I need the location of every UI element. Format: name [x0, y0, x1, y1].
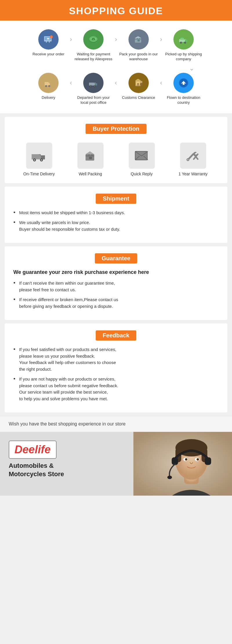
svg-rect-15: [185, 40, 187, 42]
step-icon-3: [128, 29, 149, 50]
shipment-title-wrap: Shipment: [13, 194, 219, 210]
svg-point-4: [49, 41, 50, 43]
arrow-down: ⌄: [35, 65, 197, 72]
step-icon-7: [128, 73, 149, 93]
svg-rect-27: [95, 83, 97, 85]
svg-text:!: !: [51, 36, 52, 39]
bp-item-packing: Well Packing: [73, 143, 108, 176]
step-label-2: Waiting for payment released by Aliexpre…: [73, 52, 114, 62]
steps-row-2: Delivery › Departed from your local post…: [6, 73, 226, 105]
feedback-title: Feedback: [96, 330, 136, 341]
step-label-8: Flown to destination country: [163, 95, 204, 105]
svg-point-3: [46, 41, 47, 43]
step-icon-4: [173, 29, 194, 50]
step-label-5: Delivery: [42, 95, 55, 100]
step-label-7: Customs Clearance: [122, 95, 155, 100]
shipment-list: Most items would be shipped within 1-3 b…: [13, 210, 219, 233]
svg-point-44: [41, 159, 42, 161]
bp-item-warranty: 1 Year Warranty: [176, 143, 211, 176]
wish-text: Wish you have the best shopping experien…: [9, 421, 126, 426]
footer-wish: Wish you have the best shopping experien…: [0, 416, 232, 432]
step-flown: Flown to destination country: [163, 73, 204, 105]
step-icon-2: $: [83, 29, 104, 50]
feedback-bullet-2: If you are not happy with our products o…: [13, 376, 219, 402]
guarantee-list: If can't receive the item within our gua…: [13, 280, 219, 310]
svg-point-29: [90, 85, 91, 86]
bp-item-delivery: On-Time Delivery: [22, 143, 57, 176]
step-label-6: Departed from your local post office: [73, 95, 114, 105]
buyer-protection-title: Buyer Protection: [86, 124, 146, 134]
step-icon-8: [173, 73, 194, 93]
brand-logo-text: Deelife: [14, 443, 51, 456]
svg-rect-66: [205, 457, 211, 465]
svg-point-17: [180, 42, 181, 43]
guarantee-section: Guarantee We guarantee your zero risk pu…: [5, 246, 227, 320]
step-label-4: Picked up by shipping company: [163, 52, 204, 62]
step-delivery: Delivery: [28, 73, 69, 100]
svg-point-31: [95, 85, 95, 86]
bp-label-reply: Quick Reply: [131, 172, 153, 176]
step-pickup: Picked up by shipping company: [163, 29, 204, 62]
svg-text:$: $: [93, 38, 94, 41]
bp-label-delivery: On-Time Delivery: [23, 172, 55, 176]
shipping-steps-section: ! Receive your order › $ Waiting for pay…: [0, 21, 232, 113]
shipment-bullet-1: Most items would be shipped within 1-3 b…: [13, 210, 219, 216]
bp-label-packing: Well Packing: [79, 172, 102, 176]
step-payment: $ Waiting for payment released by Aliexp…: [73, 29, 114, 62]
bp-icon-warranty: [180, 143, 206, 169]
step-icon-1: !: [38, 29, 59, 50]
bp-icons-row: On-Time Delivery Well Packing: [13, 143, 219, 176]
buyer-protection-section: Buyer Protection On-Time Delivery: [5, 117, 227, 183]
feedback-bullet-1: If you feel satisfied with our products …: [13, 346, 219, 372]
guarantee-title: Guarantee: [95, 253, 137, 263]
step-icon-5: [38, 73, 59, 93]
page-title: SHOPPING GUIDE: [0, 5, 232, 17]
shipment-section: Shipment Most items would be shipped wit…: [5, 187, 227, 243]
guarantee-intro: We guarantee your zero risk purchase exp…: [13, 269, 219, 275]
shipment-title: Shipment: [96, 194, 136, 204]
guarantee-bullet-1: If can't receive the item within our gua…: [13, 280, 219, 293]
step-customs: Customs Clearance: [118, 73, 159, 100]
buyer-protection-title-wrap: Buyer Protection: [13, 124, 219, 140]
brand-subtitle: Automobiles &Motorcycles Store: [9, 462, 64, 478]
arrow-6: ›: [159, 79, 163, 87]
svg-rect-46: [89, 157, 92, 159]
svg-point-25: [49, 85, 50, 86]
bp-item-reply: Quick Reply: [124, 143, 159, 176]
arrow-4: ›: [69, 79, 73, 87]
guarantee-bullet-2: If receive different or broken item,Plea…: [13, 296, 219, 310]
feedback-list: If you feel satisfied with our products …: [13, 346, 219, 402]
bp-icon-reply: [129, 143, 155, 169]
feedback-section: Feedback If you feel satisfied with our …: [5, 323, 227, 412]
svg-rect-2: [46, 40, 50, 41]
step-departed: Departed from your local post office: [73, 73, 114, 105]
arrow-2: ›: [114, 36, 118, 43]
steps-row-1: ! Receive your order › $ Waiting for pay…: [6, 29, 226, 62]
header-section: SHOPPING GUIDE: [0, 0, 232, 21]
arrow-1: ›: [69, 36, 73, 43]
svg-point-42: [34, 159, 35, 161]
arrow-3: ›: [159, 36, 163, 43]
arrow-5: ›: [114, 79, 118, 87]
brand-person-image: [133, 432, 232, 496]
shipment-bullet-2: We usually write parcels in low price. B…: [13, 219, 219, 232]
step-label-1: Receive your order: [32, 52, 64, 57]
step-pack: Pack your goods in our warehouse: [118, 29, 159, 62]
svg-rect-5: [47, 38, 49, 39]
svg-rect-20: [180, 38, 184, 40]
bp-icon-delivery: [26, 143, 52, 169]
svg-point-67: [167, 476, 172, 479]
bp-icon-packing: [77, 143, 104, 169]
svg-point-36: [140, 81, 142, 83]
svg-point-63: [185, 458, 187, 461]
feedback-title-wrap: Feedback: [13, 330, 219, 346]
svg-point-19: [184, 42, 185, 43]
svg-rect-13: [137, 40, 140, 41]
step-label-3: Pack your goods in our warehouse: [118, 52, 159, 62]
brand-logo-box: Deelife: [9, 441, 57, 459]
brand-section: Deelife Automobiles &Motorcycles Store: [0, 432, 232, 496]
svg-point-64: [197, 458, 199, 461]
step-icon-6: [83, 73, 104, 93]
step-receive-order: ! Receive your order: [28, 29, 69, 57]
svg-point-35: [137, 84, 138, 85]
